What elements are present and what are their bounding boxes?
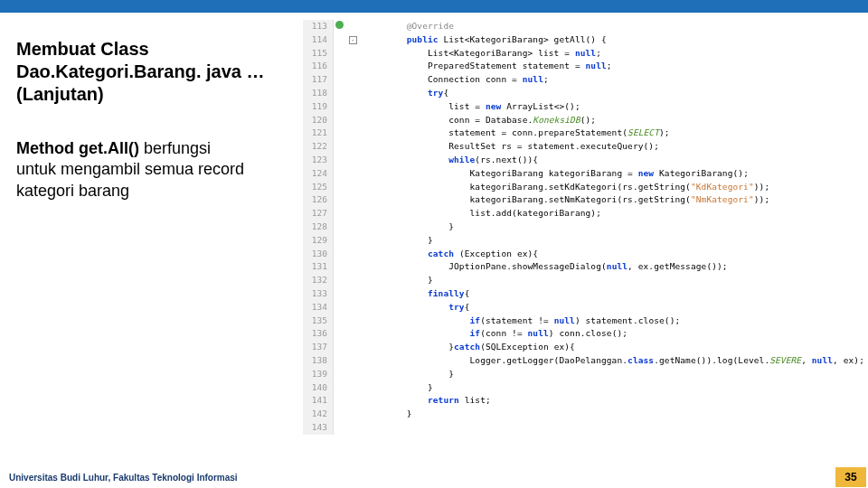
line-number: 142 [303, 408, 327, 421]
line-number: 113 [303, 20, 327, 33]
page-number-badge: 35 [835, 467, 866, 487]
code-line: @Override [364, 20, 864, 33]
code-line: } [364, 274, 864, 287]
line-number: 138 [303, 354, 327, 368]
line-number: 116 [303, 60, 327, 73]
line-number: 126 [303, 193, 327, 207]
code-area: @Override public List<KategoriBarang> ge… [359, 20, 864, 435]
code-line: try{ [364, 87, 864, 100]
line-number: 121 [303, 127, 327, 140]
code-line: } [364, 234, 864, 248]
fold-cell [346, 167, 359, 181]
code-line [364, 421, 864, 435]
fold-cell [346, 20, 359, 33]
code-line: while(rs.next()){ [364, 154, 864, 167]
line-number: 141 [303, 394, 327, 408]
code-line: list.add(kategoriBarang); [364, 207, 864, 221]
line-number: 123 [303, 154, 327, 167]
fold-cell [346, 60, 359, 73]
fold-cell [346, 394, 359, 408]
fold-cell [346, 274, 359, 287]
code-line: kategoriBarang.setKdKategori(rs.getStrin… [364, 181, 864, 194]
fold-toggle-icon[interactable]: - [349, 36, 357, 44]
title-line-3: (Lanjutan) [16, 84, 104, 104]
line-number: 129 [303, 234, 327, 248]
code-line: } [364, 381, 864, 395]
fold-cell [346, 207, 359, 221]
code-line: JOptionPane.showMessageDialog(null, ex.g… [364, 260, 864, 274]
code-line: KategoriBarang kategoriBarang = new Kate… [364, 167, 864, 181]
code-line: list = new ArrayList<>(); [364, 100, 864, 114]
code-line: List<KategoriBarang> list = null; [364, 47, 864, 61]
line-number: 114 [303, 33, 327, 47]
line-number: 136 [303, 327, 327, 341]
fold-cell [346, 354, 359, 368]
fold-cell [346, 287, 359, 301]
fold-cell [346, 114, 359, 127]
fold-cell [346, 327, 359, 341]
fold-cell [346, 421, 359, 435]
code-line: } [364, 368, 864, 381]
marker-column [334, 20, 346, 435]
code-line: try{ [364, 301, 864, 314]
code-line: public List<KategoriBarang> getAll() { [364, 33, 864, 47]
fold-cell [346, 87, 359, 100]
method-text-2: untuk mengambil semua record [16, 160, 244, 178]
code-line: } [364, 221, 864, 234]
line-number: 143 [303, 421, 327, 435]
line-number: 122 [303, 140, 327, 154]
fold-cell [346, 234, 359, 248]
code-line: Connection conn = null; [364, 73, 864, 87]
slide-title: Membuat Class Dao.Kategori.Barang. java … [16, 38, 296, 106]
line-number: 131 [303, 260, 327, 274]
fold-column: - [346, 20, 359, 435]
fold-cell [346, 47, 359, 61]
code-line: statement = conn.prepareStatement(SELECT… [364, 127, 864, 140]
fold-cell [346, 301, 359, 314]
left-text-column: Membuat Class Dao.Kategori.Barang. java … [11, 20, 303, 455]
fold-cell [346, 181, 359, 194]
code-line: }catch(SQLException ex){ [364, 341, 864, 354]
line-number: 127 [303, 207, 327, 221]
code-line: Logger.getLogger(DaoPelanggan.class.getN… [364, 354, 864, 368]
method-name: Method get.All() [16, 139, 139, 157]
override-marker-icon [335, 21, 344, 29]
code-line: } [364, 408, 864, 421]
fold-cell [346, 260, 359, 274]
fold-cell [346, 368, 359, 381]
code-panel: 1131141151161171181191201211221231241251… [303, 20, 864, 455]
code-line: conn = Database.KoneksiDB(); [364, 114, 864, 127]
fold-cell [346, 381, 359, 395]
code-line: kategoriBarang.setNmKategori(rs.getStrin… [364, 193, 864, 207]
code-line: PreparedStatement statement = null; [364, 60, 864, 73]
line-number: 135 [303, 314, 327, 328]
line-number: 125 [303, 181, 327, 194]
line-number: 120 [303, 114, 327, 127]
title-line-1: Membuat Class [16, 39, 149, 59]
fold-cell [346, 193, 359, 207]
line-number: 119 [303, 100, 327, 114]
fold-cell [346, 127, 359, 140]
fold-cell [346, 341, 359, 354]
method-text-1: berfungsi [139, 139, 211, 157]
code-line: if(statement != null) statement.close(); [364, 314, 864, 328]
code-line: catch (Exception ex){ [364, 248, 864, 261]
code-line: finally{ [364, 287, 864, 301]
code-line: if(conn != null) conn.close(); [364, 327, 864, 341]
code-line: ResultSet rs = statement.executeQuery(); [364, 140, 864, 154]
method-text-3: kategori barang [16, 182, 129, 200]
line-number: 132 [303, 274, 327, 287]
line-number: 133 [303, 287, 327, 301]
line-number: 139 [303, 368, 327, 381]
line-number-gutter: 1131141151161171181191201211221231241251… [303, 20, 334, 435]
method-description: Method get.All() berfungsi untuk mengamb… [16, 138, 296, 202]
fold-cell: - [346, 33, 359, 47]
slide-content: Membuat Class Dao.Kategori.Barang. java … [0, 13, 868, 455]
line-number: 115 [303, 47, 327, 61]
footer: Universitas Budi Luhur, Fakultas Teknolo… [0, 466, 868, 488]
line-number: 117 [303, 73, 327, 87]
line-number: 118 [303, 87, 327, 100]
line-number: 124 [303, 167, 327, 181]
fold-cell [346, 248, 359, 261]
line-number: 137 [303, 341, 327, 354]
